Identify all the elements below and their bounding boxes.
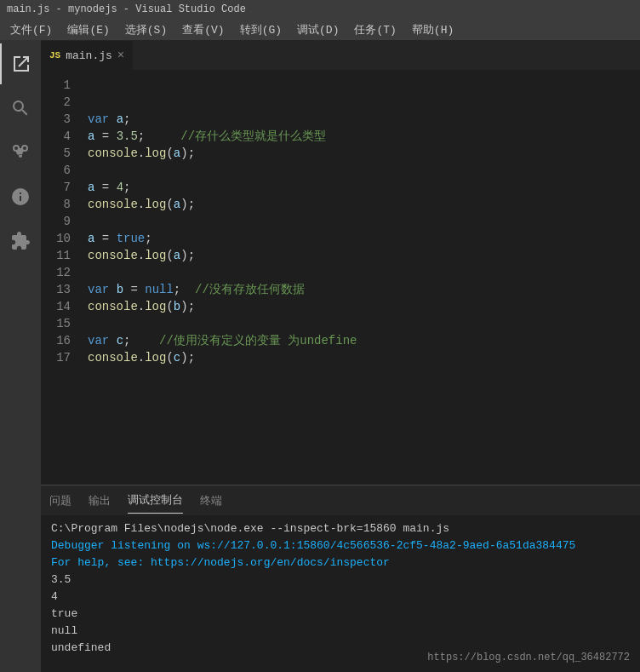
code-line-12: 12: [41, 264, 640, 281]
code-line-16: 16 var c; //使用没有定义的变量 为undefine: [41, 332, 640, 349]
console-line-6: true: [51, 606, 630, 623]
panel-tab-output[interactable]: 输出: [89, 488, 111, 514]
code-editor[interactable]: 1 2 3 var a; 4 a = 3.5; //存什么类型就是什么类型 5 …: [41, 70, 640, 485]
console-line-5: 4: [51, 589, 630, 606]
code-line-6: 6: [41, 162, 640, 179]
menu-task[interactable]: 任务(T): [347, 20, 403, 39]
console-line-4: 3.5: [51, 571, 630, 589]
panel-tabs: 问题 输出 调试控制台 终端: [41, 485, 640, 515]
code-line-8: 8 console.log(a);: [41, 196, 640, 213]
code-line-9: 9: [41, 213, 640, 230]
extensions-icon[interactable]: [0, 221, 41, 261]
panel-tab-problems[interactable]: 问题: [49, 488, 71, 514]
tab-bar: JS main.js ×: [41, 40, 640, 70]
menu-debug[interactable]: 调试(D): [290, 20, 346, 39]
search-icon[interactable]: [0, 88, 41, 129]
panel-content: C:\Program Files\nodejs\node.exe --inspe…: [41, 515, 640, 672]
panel-tab-debug-console[interactable]: 调试控制台: [128, 487, 183, 514]
menu-select[interactable]: 选择(S): [118, 20, 174, 39]
menu-bar: 文件(F) 编辑(E) 选择(S) 查看(V) 转到(G) 调试(D) 任务(T…: [0, 19, 640, 40]
tab-close-button[interactable]: ×: [117, 49, 124, 61]
editor-tab[interactable]: JS main.js ×: [41, 40, 134, 70]
source-control-icon[interactable]: [0, 132, 41, 173]
code-line-15: 15: [41, 315, 640, 332]
tab-label: main.js: [66, 49, 112, 62]
code-line-2: 2: [41, 94, 640, 111]
tab-file-icon: JS: [49, 50, 60, 60]
code-line-11: 11 console.log(a);: [41, 247, 640, 264]
explorer-icon[interactable]: [0, 43, 41, 84]
menu-goto[interactable]: 转到(G): [233, 20, 289, 39]
menu-edit[interactable]: 编辑(E): [60, 20, 116, 39]
editor-area: JS main.js × 1 2 3 var a; 4 a = 3.5; //存…: [41, 40, 640, 672]
code-line-4: 4 a = 3.5; //存什么类型就是什么类型: [41, 128, 640, 145]
code-line-3: 3 var a;: [41, 111, 640, 128]
code-line-1: 1: [41, 77, 640, 94]
console-line-7: null: [51, 623, 630, 640]
code-line-5: 5 console.log(a);: [41, 145, 640, 162]
code-line-14: 14 console.log(b);: [41, 298, 640, 315]
panel-tab-terminal[interactable]: 终端: [200, 488, 222, 514]
title-text: main.js - mynodejs - Visual Studio Code: [7, 3, 246, 15]
console-line-3: For help, see: https://nodejs.org/en/doc…: [51, 554, 630, 571]
code-line-13: 13 var b = null; //没有存放任何数据: [41, 281, 640, 298]
console-line-1: C:\Program Files\nodejs\node.exe --inspe…: [51, 520, 630, 537]
activity-bar: [0, 40, 41, 672]
main-area: JS main.js × 1 2 3 var a; 4 a = 3.5; //存…: [0, 40, 640, 672]
debug-icon[interactable]: [0, 176, 41, 217]
title-bar: main.js - mynodejs - Visual Studio Code: [0, 0, 640, 19]
bottom-panel: 问题 输出 调试控制台 终端 C:\Program Files\nodejs\n…: [41, 485, 640, 672]
code-line-17: 17 console.log(c);: [41, 349, 640, 366]
watermark: https://blog.csdn.net/qq_36482772: [427, 652, 630, 663]
code-line-7: 7 a = 4;: [41, 179, 640, 196]
menu-view[interactable]: 查看(V): [175, 20, 231, 39]
menu-help[interactable]: 帮助(H): [405, 20, 460, 39]
console-line-2: Debugger listening on ws://127.0.0.1:158…: [51, 537, 630, 554]
code-line-10: 10 a = true;: [41, 230, 640, 247]
menu-file[interactable]: 文件(F): [3, 20, 59, 39]
